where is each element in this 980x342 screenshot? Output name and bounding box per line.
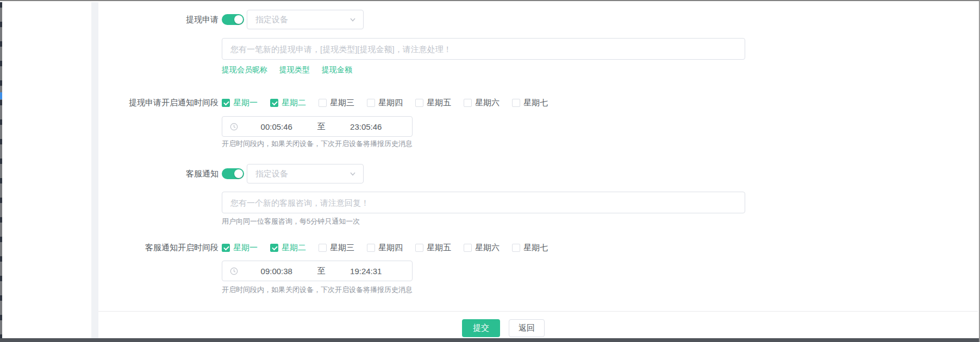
time-separator: 至 [315,266,328,276]
settings-form: 提现申请 指定设备 提现会员昵称 提现类型 [98,2,978,338]
tag-member-nickname-link[interactable]: 提现会员昵称 [222,65,267,75]
withdraw-time-helper: 开启时间段内，如果关闭设备，下次开启设备将播报历史消息 [222,139,413,149]
chevron-down-icon [349,16,357,23]
service-schedule-label: 客服通知开启时间段 [98,243,219,253]
withdraw-time-row: 至 [98,116,413,137]
weekday-checkbox[interactable]: 星期一 [222,98,258,108]
service-toggle[interactable] [222,168,244,179]
checkbox-icon [222,244,230,252]
service-schedule-row: 客服通知开启时间段 星期一 星期二 星期三 星期四 星期五 星期六 星期七 [98,243,548,252]
service-time-range-picker[interactable]: 至 [222,261,413,281]
checkbox-icon [512,244,520,252]
time-separator: 至 [315,122,328,132]
weekday-checkbox[interactable]: 星期五 [415,243,451,253]
checkbox-icon [415,99,423,107]
toggle-knob-icon [234,15,243,24]
footer-divider [98,311,978,312]
checkbox-icon [367,99,375,107]
service-message-row [98,192,745,213]
panel-gutter [91,2,98,338]
withdraw-time-range-picker[interactable]: 至 [222,116,413,137]
service-end-time-input[interactable] [328,266,405,276]
checkbox-icon [319,99,327,107]
weekday-checkbox[interactable]: 星期六 [464,243,500,253]
checkbox-icon [270,99,278,107]
weekday-checkbox[interactable]: 星期三 [319,243,354,253]
withdraw-row: 提现申请 指定设备 [98,10,364,29]
weekday-checkbox[interactable]: 星期二 [270,243,306,253]
service-message-input[interactable] [222,192,745,213]
weekday-checkbox[interactable]: 星期五 [415,98,451,108]
tag-withdraw-amount-link[interactable]: 提现金额 [322,65,352,75]
sidebar-panel [2,2,91,338]
checkbox-icon [270,244,278,252]
checkbox-icon [415,244,423,252]
withdraw-message-row [98,38,745,60]
checkbox-icon [464,99,472,107]
withdraw-end-time-input[interactable] [328,122,405,132]
weekday-checkbox[interactable]: 星期七 [512,98,548,108]
withdraw-schedule-label: 提现申请开启通知时间段 [98,98,219,108]
withdraw-toggle[interactable] [222,14,244,25]
submit-button[interactable]: 提交 [462,319,500,337]
service-message-helper: 用户向同一位客服咨询，每5分钟只通知一次 [222,217,360,226]
weekday-checkbox[interactable]: 星期三 [319,98,354,108]
back-button[interactable]: 返回 [509,319,545,337]
checkbox-icon [512,99,520,107]
withdraw-message-input[interactable] [222,38,745,60]
withdraw-device-select[interactable]: 指定设备 [247,10,364,29]
chevron-down-icon [349,170,357,178]
clock-icon [230,267,238,275]
weekday-checkbox[interactable]: 星期六 [464,98,500,108]
withdraw-tags-row: 提现会员昵称 提现类型 提现金额 [98,65,352,75]
horizontal-scrollbar[interactable] [0,338,979,342]
select-placeholder: 指定设备 [255,15,349,25]
toggle-knob-icon [234,169,243,178]
checkbox-icon [367,244,375,252]
checkbox-icon [319,244,327,252]
checkbox-icon [222,99,230,107]
service-label: 客服通知 [98,169,219,179]
withdraw-label: 提现申请 [98,15,219,25]
withdraw-schedule-row: 提现申请开启通知时间段 星期一 星期二 星期三 星期四 星期五 星期六 星期七 [98,98,548,107]
weekday-checkbox[interactable]: 星期七 [512,243,548,253]
service-time-helper: 开启时间段内，如果关闭设备，下次开启设备将播报历史消息 [222,285,413,295]
checkbox-icon [464,244,472,252]
weekday-checkbox[interactable]: 星期四 [367,98,403,108]
select-placeholder: 指定设备 [255,169,349,179]
tag-withdraw-type-link[interactable]: 提现类型 [279,65,310,75]
service-time-row: 至 [98,261,413,281]
service-row: 客服通知 指定设备 [98,164,364,183]
app-window: 提现申请 指定设备 提现会员昵称 提现类型 [0,0,980,342]
weekday-checkbox[interactable]: 星期一 [222,243,258,253]
service-start-time-input[interactable] [238,266,315,276]
clock-icon [230,123,238,131]
weekday-checkbox[interactable]: 星期四 [367,243,403,253]
weekday-checkbox[interactable]: 星期二 [270,98,306,108]
service-device-select[interactable]: 指定设备 [247,164,364,183]
withdraw-start-time-input[interactable] [238,122,315,132]
